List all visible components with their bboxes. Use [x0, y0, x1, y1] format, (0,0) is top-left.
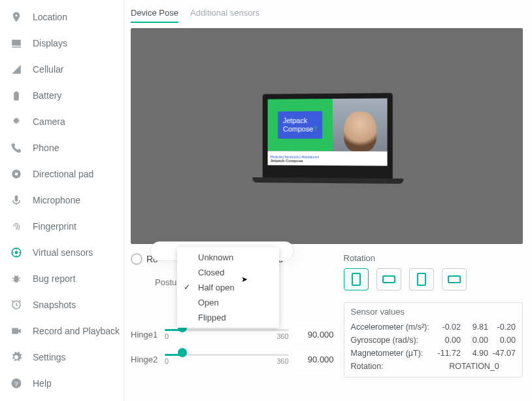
screen-left-pane: Jetpack Compose? [268, 99, 333, 151]
sidebar-item-camera[interactable]: Camera [0, 109, 124, 135]
sidebar-item-displays[interactable]: Displays [0, 30, 124, 56]
sensor-label: Magnetometer (μT): [351, 349, 433, 358]
sidebar-item-label: Location [33, 12, 67, 22]
sidebar-item-settings[interactable]: Settings [0, 344, 124, 370]
sensor-title: Sensor values [344, 307, 522, 321]
svg-text:?: ? [14, 380, 18, 387]
main-panel: Device PoseAdditional sensors Jetpack Co… [124, 0, 532, 401]
fingerprint-icon [10, 220, 22, 232]
sidebar-item-label: Phone [33, 143, 59, 153]
sensor-label: Accelerometer (m/s²): [351, 323, 433, 332]
posture-option-open[interactable]: Open [177, 295, 279, 310]
presenter-face [344, 112, 376, 152]
cellular-icon [10, 63, 22, 75]
displays-icon [10, 37, 22, 49]
help-icon: ? [10, 377, 22, 389]
sensor-value: 9.81 [461, 323, 488, 332]
sidebar-item-battery[interactable]: Battery [0, 82, 124, 109]
sensor-label: Rotation: [351, 362, 444, 371]
sidebar-item-label: Microphone [33, 195, 80, 205]
sidebar-item-bug-report[interactable]: Bug report [0, 266, 124, 292]
sidebar-item-location[interactable]: Location [0, 4, 124, 30]
device-viewport[interactable]: Jetpack Compose? #featured #android11 #b… [131, 28, 523, 244]
sidebar-item-cellular[interactable]: Cellular [0, 56, 124, 82]
battery-icon [10, 90, 22, 101]
hinge2-value[interactable]: 90.000 [293, 351, 337, 368]
hinge1-min: 0 [165, 332, 169, 340]
device-screen: Jetpack Compose? #featured #android11 #b… [268, 98, 388, 166]
dpad-icon [10, 168, 22, 180]
device-orientation-icon [352, 273, 361, 286]
svg-rect-6 [12, 328, 18, 334]
sidebar-item-label: Help [33, 378, 52, 389]
sidebar-item-label: Bug report [33, 273, 75, 284]
screen-caption-bar: #featured #android11 #betalaunch Jetpack… [268, 151, 388, 166]
sidebar-item-directional-pad[interactable]: Directional pad [0, 161, 124, 187]
sidebar-item-virtual-sensors[interactable]: Virtual sensors [0, 239, 124, 266]
hinge2-row: Hinge2 0360 90.000 [131, 347, 337, 371]
device-laptop: Jetpack Compose? #featured #android11 #b… [263, 93, 393, 179]
tab-bar: Device PoseAdditional sensors [131, 0, 523, 28]
device-orientation-icon [448, 275, 461, 283]
sidebar-item-microphone[interactable]: Microphone [0, 187, 124, 213]
sidebar-item-label: Virtual sensors [33, 247, 93, 258]
device-orientation-icon [417, 273, 426, 286]
hinge1-max: 360 [276, 332, 288, 340]
posture-option-closed[interactable]: Closed [177, 265, 279, 280]
sensor-value: 4.90 [461, 349, 488, 358]
posture-option-flipped[interactable]: Flipped [177, 310, 279, 325]
slider-thumb-icon[interactable] [178, 348, 187, 357]
screen-right-pane [333, 98, 387, 151]
hinge2-slider[interactable]: 0360 [165, 347, 289, 371]
rotation-landscape-button[interactable] [376, 268, 401, 290]
sidebar: LocationDisplaysCellularBatteryCameraPho… [0, 0, 124, 401]
svg-point-1 [15, 173, 18, 176]
sensor-value: -47.07 [488, 349, 516, 358]
rotation-landscape-rev-button[interactable] [442, 268, 467, 290]
sidebar-item-label: Camera [33, 116, 65, 127]
compose-line1: Jetpack [283, 116, 307, 124]
sensor-value: -11.72 [433, 349, 461, 358]
sidebar-item-label: Settings [33, 352, 66, 362]
sidebar-item-help[interactable]: ?Help [0, 370, 124, 396]
sensor-value: 0.00 [488, 336, 516, 345]
phone-icon [10, 142, 22, 154]
fold-controls: Ro Fold Posture ➤ UnknownClosed✓Half ope… [131, 253, 337, 377]
sidebar-item-label: Record and Playback [33, 326, 120, 336]
sidebar-item-fingerprint[interactable]: Fingerprint [0, 213, 124, 239]
posture-panel: Posture ➤ UnknownClosed✓Half openOpenFli… [150, 241, 294, 261]
sidebar-item-snapshots[interactable]: Snapshots [0, 292, 124, 318]
rotation-grid [344, 268, 523, 290]
tab-device-pose[interactable]: Device Pose [131, 8, 178, 23]
compose-title-box: Jetpack Compose? [278, 111, 322, 139]
posture-option-half-open[interactable]: ✓Half open [177, 280, 279, 295]
rotation-portrait-rev-button[interactable] [409, 268, 434, 290]
camera-icon [10, 116, 22, 128]
sensor-value: 0.00 [433, 336, 461, 345]
record-icon [10, 325, 22, 337]
sidebar-item-label: Snapshots [33, 300, 76, 310]
posture-option-unknown[interactable]: Unknown [177, 250, 279, 265]
sidebar-item-phone[interactable]: Phone [0, 135, 124, 161]
rotation-portrait-button[interactable] [344, 268, 369, 290]
settings-icon [10, 351, 22, 363]
sidebar-item-label: Fingerprint [33, 221, 76, 232]
hinge1-value[interactable]: 90.000 [293, 326, 337, 343]
sidebar-item-label: Cellular [33, 64, 63, 75]
snapshots-icon [10, 299, 22, 311]
compose-line2: Compose [283, 125, 313, 133]
sidebar-item-label: Displays [33, 38, 67, 48]
sensor-row: Gyroscope (rad/s):0.000.000.00 [351, 334, 516, 347]
tab-additional-sensors[interactable]: Additional sensors [190, 8, 259, 23]
sensor-value: -0.02 [433, 323, 461, 332]
screen-caption: Jetpack Compose [270, 158, 384, 163]
sidebar-item-record-and-playback[interactable]: Record and Playback [0, 318, 124, 344]
sensor-row: Rotation:ROTATION_0 [351, 360, 516, 373]
location-icon [10, 11, 22, 23]
hinge2-max: 360 [276, 357, 288, 365]
device-orientation-icon [382, 275, 395, 283]
posture-dropdown[interactable]: UnknownClosed✓Half openOpenFlipped [177, 247, 279, 328]
rotation-sensors-col: Rotation Sensor values Accelerometer (m/… [344, 253, 523, 377]
hinge2-label: Hinge2 [131, 355, 161, 364]
sensor-label: Gyroscope (rad/s): [351, 336, 433, 345]
